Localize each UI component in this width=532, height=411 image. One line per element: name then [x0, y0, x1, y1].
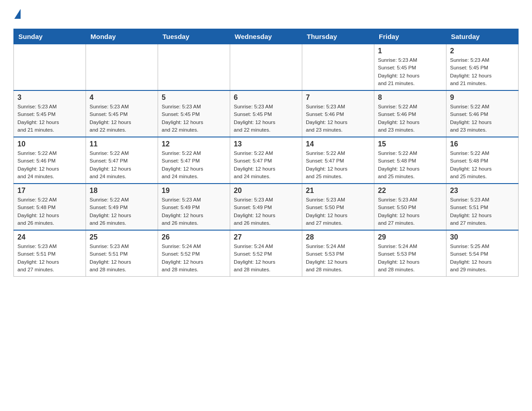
day-info: Sunrise: 5:22 AMSunset: 5:47 PMDaylight:…: [234, 150, 298, 180]
day-number: 7: [306, 94, 370, 102]
calendar-day-5: 5Sunrise: 5:23 AMSunset: 5:45 PMDaylight…: [158, 90, 230, 137]
day-number: 4: [90, 94, 154, 102]
calendar-header-monday: Monday: [86, 29, 158, 44]
day-info: Sunrise: 5:23 AMSunset: 5:51 PMDaylight:…: [450, 196, 515, 227]
day-info: Sunrise: 5:22 AMSunset: 5:48 PMDaylight:…: [378, 150, 442, 180]
calendar-day-11: 11Sunrise: 5:22 AMSunset: 5:47 PMDayligh…: [86, 137, 158, 184]
day-info: Sunrise: 5:23 AMSunset: 5:51 PMDaylight:…: [17, 243, 82, 274]
day-number: 8: [378, 94, 442, 102]
calendar-day-9: 9Sunrise: 5:22 AMSunset: 5:46 PMDaylight…: [446, 90, 519, 137]
calendar-day-16: 16Sunrise: 5:22 AMSunset: 5:48 PMDayligh…: [446, 137, 519, 184]
day-number: 15: [378, 140, 442, 148]
day-info: Sunrise: 5:22 AMSunset: 5:46 PMDaylight:…: [378, 103, 442, 134]
day-info: Sunrise: 5:23 AMSunset: 5:45 PMDaylight:…: [234, 103, 298, 134]
day-info: Sunrise: 5:22 AMSunset: 5:46 PMDaylight:…: [450, 103, 515, 134]
calendar-day-21: 21Sunrise: 5:23 AMSunset: 5:50 PMDayligh…: [302, 184, 374, 230]
calendar-day-23: 23Sunrise: 5:23 AMSunset: 5:51 PMDayligh…: [446, 184, 519, 230]
calendar-header-friday: Friday: [374, 29, 446, 44]
day-number: 3: [17, 94, 82, 102]
day-info: Sunrise: 5:24 AMSunset: 5:52 PMDaylight:…: [234, 243, 298, 274]
day-number: 23: [450, 187, 515, 195]
day-number: 10: [17, 140, 82, 148]
calendar-day-27: 27Sunrise: 5:24 AMSunset: 5:52 PMDayligh…: [230, 230, 302, 277]
day-info: Sunrise: 5:23 AMSunset: 5:45 PMDaylight:…: [90, 103, 154, 134]
day-number: 19: [162, 187, 226, 195]
calendar-day-15: 15Sunrise: 5:22 AMSunset: 5:48 PMDayligh…: [374, 137, 446, 184]
calendar-day-30: 30Sunrise: 5:25 AMSunset: 5:54 PMDayligh…: [446, 230, 519, 277]
calendar-day-empty-3: [230, 44, 302, 91]
day-number: 9: [450, 94, 515, 102]
day-number: 2: [450, 47, 515, 55]
calendar-header-sunday: Sunday: [14, 29, 86, 44]
day-number: 1: [378, 47, 442, 55]
day-info: Sunrise: 5:22 AMSunset: 5:48 PMDaylight:…: [450, 150, 515, 180]
day-number: 28: [306, 233, 370, 241]
day-info: Sunrise: 5:25 AMSunset: 5:54 PMDaylight:…: [450, 243, 515, 274]
calendar-day-8: 8Sunrise: 5:22 AMSunset: 5:46 PMDaylight…: [374, 90, 446, 137]
calendar-day-6: 6Sunrise: 5:23 AMSunset: 5:45 PMDaylight…: [230, 90, 302, 137]
calendar-day-26: 26Sunrise: 5:24 AMSunset: 5:52 PMDayligh…: [158, 230, 230, 277]
calendar-header-wednesday: Wednesday: [230, 29, 302, 44]
calendar-header-tuesday: Tuesday: [158, 29, 230, 44]
day-number: 14: [306, 140, 370, 148]
calendar-day-10: 10Sunrise: 5:22 AMSunset: 5:46 PMDayligh…: [14, 137, 86, 184]
day-number: 29: [378, 233, 442, 241]
day-number: 18: [90, 187, 154, 195]
day-number: 13: [234, 140, 298, 148]
day-number: 5: [162, 94, 226, 102]
day-number: 16: [450, 140, 515, 148]
calendar-day-12: 12Sunrise: 5:22 AMSunset: 5:47 PMDayligh…: [158, 137, 230, 184]
day-info: Sunrise: 5:22 AMSunset: 5:49 PMDaylight:…: [90, 196, 154, 227]
calendar-day-19: 19Sunrise: 5:23 AMSunset: 5:49 PMDayligh…: [158, 184, 230, 230]
day-info: Sunrise: 5:23 AMSunset: 5:49 PMDaylight:…: [162, 196, 226, 227]
logo: [13, 9, 22, 20]
day-info: Sunrise: 5:23 AMSunset: 5:49 PMDaylight:…: [234, 196, 298, 227]
day-info: Sunrise: 5:22 AMSunset: 5:46 PMDaylight:…: [17, 150, 82, 180]
day-number: 22: [378, 187, 442, 195]
calendar-day-empty-2: [158, 44, 230, 91]
calendar-week-5: 24Sunrise: 5:23 AMSunset: 5:51 PMDayligh…: [14, 230, 519, 277]
day-info: Sunrise: 5:22 AMSunset: 5:47 PMDaylight:…: [90, 150, 154, 180]
calendar-day-empty-0: [14, 44, 86, 91]
logo-triangle-icon: [14, 9, 21, 19]
day-number: 6: [234, 94, 298, 102]
day-info: Sunrise: 5:22 AMSunset: 5:47 PMDaylight:…: [306, 150, 370, 180]
day-info: Sunrise: 5:23 AMSunset: 5:51 PMDaylight:…: [90, 243, 154, 274]
day-info: Sunrise: 5:23 AMSunset: 5:45 PMDaylight:…: [17, 103, 82, 134]
day-info: Sunrise: 5:22 AMSunset: 5:47 PMDaylight:…: [162, 150, 226, 180]
calendar-day-29: 29Sunrise: 5:24 AMSunset: 5:53 PMDayligh…: [374, 230, 446, 277]
calendar-week-3: 10Sunrise: 5:22 AMSunset: 5:46 PMDayligh…: [14, 137, 519, 184]
day-number: 21: [306, 187, 370, 195]
page-header: [13, 9, 519, 20]
day-number: 12: [162, 140, 226, 148]
day-number: 26: [162, 233, 226, 241]
calendar-header-saturday: Saturday: [446, 29, 519, 44]
day-info: Sunrise: 5:24 AMSunset: 5:52 PMDaylight:…: [162, 243, 226, 274]
day-number: 11: [90, 140, 154, 148]
day-info: Sunrise: 5:22 AMSunset: 5:48 PMDaylight:…: [17, 196, 82, 227]
day-info: Sunrise: 5:23 AMSunset: 5:50 PMDaylight:…: [378, 196, 442, 227]
calendar-day-3: 3Sunrise: 5:23 AMSunset: 5:45 PMDaylight…: [14, 90, 86, 137]
day-info: Sunrise: 5:23 AMSunset: 5:45 PMDaylight:…: [162, 103, 226, 134]
calendar-table: SundayMondayTuesdayWednesdayThursdayFrid…: [13, 29, 519, 277]
day-info: Sunrise: 5:23 AMSunset: 5:45 PMDaylight:…: [450, 56, 515, 87]
calendar-day-7: 7Sunrise: 5:23 AMSunset: 5:46 PMDaylight…: [302, 90, 374, 137]
day-info: Sunrise: 5:23 AMSunset: 5:46 PMDaylight:…: [306, 103, 370, 134]
calendar-week-4: 17Sunrise: 5:22 AMSunset: 5:48 PMDayligh…: [14, 184, 519, 230]
day-number: 25: [90, 233, 154, 241]
day-info: Sunrise: 5:24 AMSunset: 5:53 PMDaylight:…: [378, 243, 442, 274]
day-info: Sunrise: 5:23 AMSunset: 5:50 PMDaylight:…: [306, 196, 370, 227]
day-number: 20: [234, 187, 298, 195]
calendar-day-25: 25Sunrise: 5:23 AMSunset: 5:51 PMDayligh…: [86, 230, 158, 277]
calendar-header-thursday: Thursday: [302, 29, 374, 44]
calendar-day-22: 22Sunrise: 5:23 AMSunset: 5:50 PMDayligh…: [374, 184, 446, 230]
calendar-week-2: 3Sunrise: 5:23 AMSunset: 5:45 PMDaylight…: [14, 90, 519, 137]
calendar-day-24: 24Sunrise: 5:23 AMSunset: 5:51 PMDayligh…: [14, 230, 86, 277]
calendar-day-2: 2Sunrise: 5:23 AMSunset: 5:45 PMDaylight…: [446, 44, 519, 91]
day-number: 30: [450, 233, 515, 241]
day-info: Sunrise: 5:23 AMSunset: 5:45 PMDaylight:…: [378, 56, 442, 87]
calendar-day-20: 20Sunrise: 5:23 AMSunset: 5:49 PMDayligh…: [230, 184, 302, 230]
calendar-day-14: 14Sunrise: 5:22 AMSunset: 5:47 PMDayligh…: [302, 137, 374, 184]
calendar-day-empty-1: [86, 44, 158, 91]
calendar-day-empty-4: [302, 44, 374, 91]
